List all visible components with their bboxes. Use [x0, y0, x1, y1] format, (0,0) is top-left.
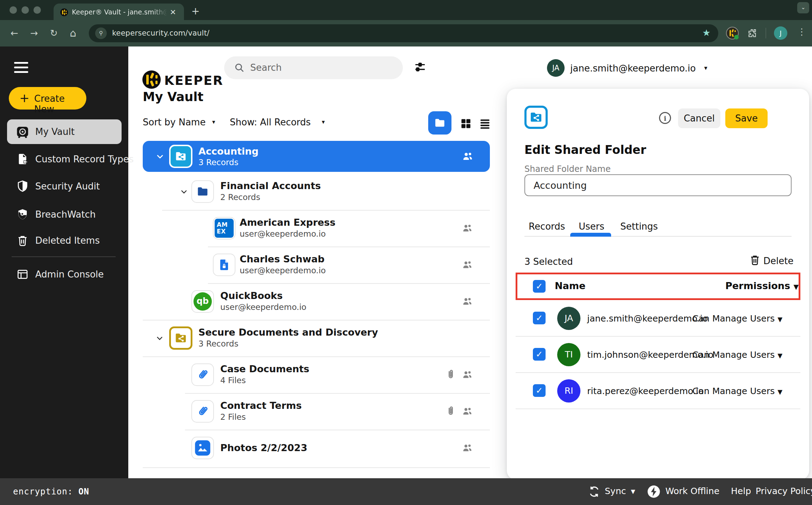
- paperclip-file-icon: [191, 363, 214, 386]
- url-bar[interactable]: ⚲ keepersecurity.com/vault/ ★: [89, 24, 718, 42]
- chevron-down-icon[interactable]: [155, 334, 164, 342]
- cancel-button[interactable]: Cancel: [678, 108, 720, 128]
- chevron-down-icon: ▾: [322, 118, 325, 125]
- shared-users-icon: [462, 369, 473, 380]
- tab-settings[interactable]: Settings: [620, 221, 658, 232]
- sync-dropdown[interactable]: Sync: [605, 486, 626, 496]
- record-row-case-documents[interactable]: Case Documents 4 Files: [143, 356, 490, 393]
- sort-dropdown[interactable]: Sort by Name: [143, 117, 205, 127]
- column-header-permissions[interactable]: Permissions ▼: [725, 280, 799, 291]
- folder-row-financial-accounts[interactable]: Financial Accounts 2 Records: [143, 173, 490, 210]
- user-row[interactable]: ✓ JA jane.smith@keeperdemo.io Can Manage…: [524, 300, 792, 336]
- record-row-charles-schwab[interactable]: Charles Schwab user@keeperdemo.io: [143, 247, 490, 283]
- shared-folder-icon: [169, 145, 192, 168]
- extensions-puzzle-icon[interactable]: [747, 28, 758, 38]
- sidebar: + Create New My Vault Custom Record Type…: [0, 46, 128, 505]
- window-minimize-dot[interactable]: [21, 6, 29, 14]
- shared-users-icon: [462, 406, 473, 417]
- permission-dropdown[interactable]: Can Manage Users ▼: [692, 349, 782, 360]
- window-zoom-dot[interactable]: [33, 6, 41, 14]
- record-row-american-express[interactable]: AMEX American Express user@keeperdemo.io: [143, 210, 490, 247]
- record-row-quickbooks[interactable]: qb QuickBooks user@keeperdemo.io: [143, 283, 490, 320]
- permission-dropdown[interactable]: Can Manage Users ▼: [692, 313, 782, 323]
- record-row-contract-terms[interactable]: Contract Terms 2 Files: [143, 393, 490, 430]
- help-link[interactable]: Help: [731, 486, 751, 496]
- create-new-button[interactable]: + Create New: [9, 87, 86, 110]
- folder-row-secure-documents[interactable]: Secure Documents and Discovery 3 Records: [143, 320, 490, 356]
- search-placeholder: Search: [250, 62, 282, 73]
- work-offline-button[interactable]: Work Offline: [665, 486, 719, 496]
- shared-folder-gold-icon: [169, 326, 192, 350]
- active-tab-indicator: [570, 233, 611, 237]
- user-row[interactable]: ✓ TI tim.johnson@keeperdemo.io Can Manag…: [524, 336, 792, 373]
- selected-count: 3 Selected: [524, 256, 573, 267]
- account-avatar: JA: [547, 59, 565, 77]
- privacy-policy-link[interactable]: Privacy Policy: [756, 486, 812, 496]
- select-all-checkbox[interactable]: ✓: [533, 280, 546, 293]
- browser-tab[interactable]: Keeper® Vault - jane.smith@k ✕: [54, 4, 184, 20]
- record-row-photos[interactable]: Photos 2/2/2023: [143, 430, 490, 466]
- user-checkbox[interactable]: ✓: [533, 384, 546, 397]
- photo-icon: [191, 437, 214, 459]
- save-button[interactable]: Save: [725, 108, 768, 128]
- delete-button[interactable]: Delete: [749, 254, 761, 267]
- chevron-down-icon[interactable]: [155, 152, 165, 161]
- chevron-down-icon: ▼: [777, 315, 782, 323]
- tab-users[interactable]: Users: [579, 221, 604, 232]
- folder-row-accounting[interactable]: Accounting 3 Records: [143, 141, 490, 172]
- vault-record-list: Accounting 3 Records Financial Accounts …: [143, 137, 490, 478]
- filter-sliders-icon[interactable]: [413, 61, 427, 75]
- sync-icon[interactable]: [588, 485, 601, 498]
- bookmark-star-icon[interactable]: ★: [702, 27, 710, 38]
- trash-icon: [15, 233, 30, 248]
- chevron-down-icon: ▼: [777, 388, 782, 395]
- hamburger-menu-icon[interactable]: [14, 62, 28, 73]
- chevron-down-icon: ▼: [631, 488, 635, 495]
- amex-icon: AMEX: [213, 217, 235, 239]
- browser-menu-icon[interactable]: ⋮: [797, 26, 806, 37]
- reload-icon[interactable]: ↻: [50, 27, 58, 39]
- sidebar-item-admin-console[interactable]: Admin Console: [7, 265, 122, 284]
- user-row[interactable]: ✓ RI rita.perez@keeperdemo.io Can Manage…: [524, 373, 792, 409]
- breachwatch-eye-icon: [15, 207, 30, 222]
- permission-dropdown[interactable]: Can Manage Users ▼: [692, 386, 782, 396]
- sidebar-item-label: Custom Record Types: [35, 154, 134, 164]
- search-input[interactable]: Search: [224, 56, 403, 79]
- avatar: TI: [557, 343, 580, 366]
- back-icon[interactable]: ←: [11, 27, 18, 39]
- tab-records[interactable]: Records: [529, 221, 565, 232]
- show-filter-dropdown[interactable]: Show: All Records: [230, 117, 311, 127]
- home-icon[interactable]: ⌂: [70, 27, 76, 39]
- view-toggle-folder[interactable]: [428, 111, 451, 135]
- brand-wordmark: KEEPER: [164, 73, 223, 88]
- avatar: RI: [557, 379, 580, 403]
- work-offline-icon[interactable]: [647, 485, 660, 498]
- tab-close-icon[interactable]: ✕: [170, 8, 176, 17]
- window-chevron-icon[interactable]: ⌄: [797, 2, 809, 13]
- new-tab-button[interactable]: +: [191, 6, 199, 16]
- browser-profile-avatar[interactable]: J: [774, 26, 787, 40]
- keeper-extension-icon[interactable]: [726, 27, 739, 39]
- chevron-down-icon[interactable]: [180, 187, 188, 196]
- shared-folder-name-input[interactable]: [524, 174, 792, 196]
- window-close-dot[interactable]: [10, 6, 17, 14]
- attachment-icon: [445, 406, 456, 417]
- sidebar-item-my-vault[interactable]: My Vault: [7, 119, 122, 144]
- sidebar-item-security-audit[interactable]: Security Audit: [7, 177, 122, 196]
- list-divider: [143, 467, 490, 468]
- url-text: keepersecurity.com/vault/: [112, 29, 209, 37]
- info-icon[interactable]: i: [659, 112, 671, 124]
- sidebar-item-breachwatch[interactable]: BreachWatch: [7, 205, 122, 224]
- site-info-icon[interactable]: ⚲: [95, 27, 107, 39]
- sidebar-item-deleted-items[interactable]: Deleted Items: [7, 231, 122, 250]
- chevron-down-icon: ▼: [793, 283, 799, 291]
- user-checkbox[interactable]: ✓: [533, 348, 546, 361]
- plus-icon: +: [19, 92, 30, 104]
- quickbooks-icon: qb: [191, 290, 214, 313]
- forward-icon[interactable]: →: [30, 27, 38, 39]
- shared-folder-name-label: Shared Folder Name: [524, 164, 611, 174]
- sidebar-item-custom-record-types[interactable]: Custom Record Types: [7, 150, 122, 169]
- view-toggle-grid[interactable]: [459, 117, 473, 130]
- view-toggle-list[interactable]: [478, 117, 492, 130]
- user-checkbox[interactable]: ✓: [533, 312, 546, 324]
